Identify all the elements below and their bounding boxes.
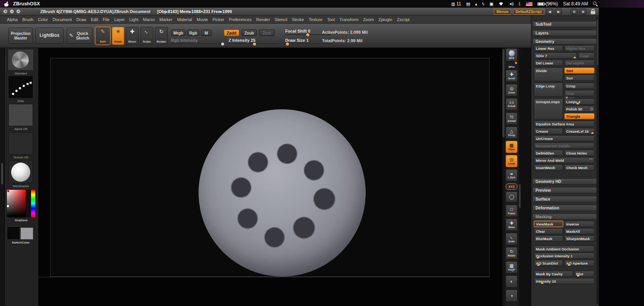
cavity-blur-slider[interactable]: Blur [574, 271, 595, 277]
loops-slider[interactable]: Loops 4 [564, 99, 595, 105]
slider-handle[interactable] [515, 62, 517, 64]
menu-item[interactable]: Material [177, 17, 192, 22]
smt-toggle[interactable]: Smt [564, 67, 595, 74]
menu-item[interactable]: Alpha [7, 17, 18, 22]
bolt-icon[interactable]: ϟ [482, 0, 485, 8]
polyframe-button[interactable]: ▦ PolyF [506, 261, 518, 273]
hue-strip[interactable] [31, 190, 35, 217]
menu-item[interactable]: Tool [327, 17, 335, 22]
crisp-toggle[interactable]: Crisp [564, 83, 595, 89]
crease-button[interactable]: Crease [534, 128, 563, 134]
bpr-render-button[interactable]: BPR [506, 48, 518, 61]
zadd-toggle[interactable]: Zadd [224, 30, 239, 36]
quick-sketch-button[interactable]: ✎ Quick Sketch [67, 28, 93, 44]
menu-item[interactable]: Layer [114, 17, 125, 22]
texture-thumbnail[interactable] [8, 132, 33, 155]
section-deformation[interactable]: Deformation [532, 205, 598, 211]
menu-item[interactable]: Preferences [229, 17, 251, 22]
spin-button[interactable]: ◯ [506, 191, 518, 202]
disp-toggle[interactable]: Disp [564, 90, 595, 96]
alpha-thumbnail[interactable] [8, 104, 33, 126]
menu-item[interactable]: Transform [339, 17, 358, 22]
viewmask-toggle[interactable]: ViewMask [534, 221, 563, 227]
material-picker[interactable]: SkinShade4 [8, 160, 33, 188]
close-window-button[interactable]: ✕ [3, 9, 8, 14]
brush-thumbnail[interactable] [8, 49, 34, 71]
slider-handle[interactable] [537, 257, 539, 259]
material-thumbnail[interactable] [8, 160, 33, 183]
scale-view-button[interactable]: ↔ Scale [506, 233, 518, 245]
menu-item[interactable]: Macro [143, 17, 155, 22]
insertmesh-button[interactable]: InsertMesh [534, 165, 563, 171]
menubar-clock[interactable]: Sat 8:49 AM [563, 1, 588, 7]
scrollbar-thumb[interactable] [503, 49, 504, 137]
disp-mini-slider[interactable] [565, 97, 575, 98]
frame-button[interactable]: □ Frame [506, 205, 518, 217]
edge-loop-button[interactable]: Edge Loop [534, 83, 563, 97]
sharpenmask-button[interactable]: SharpenMask [564, 235, 595, 242]
menu-item[interactable]: Edit [91, 17, 98, 22]
move-mode-button[interactable]: ✚ Move [126, 27, 139, 45]
section-geometry-hd[interactable]: Geometry HD [532, 178, 598, 184]
menu-item[interactable]: Texture [309, 17, 322, 22]
menus-button[interactable]: Menus [494, 9, 511, 15]
bluetooth-icon[interactable]: ᛒ [518, 0, 521, 8]
zcut-toggle[interactable]: Zcut [259, 30, 274, 36]
z-intensity-slider[interactable]: Z Intensity 25 [228, 38, 278, 45]
slider-handle[interactable] [573, 57, 576, 59]
menu-item[interactable]: Light [129, 17, 138, 22]
main-color-swatch[interactable] [7, 227, 20, 240]
color-picker[interactable]: Gradient [7, 190, 35, 222]
equalize-surface-area-button[interactable]: Equalize Surface Area [534, 121, 595, 127]
mrgb-toggle[interactable]: Mrgb [171, 30, 186, 36]
floor-grid-button[interactable]: ▦ Floor [506, 141, 518, 153]
gradient-picker[interactable] [7, 190, 35, 217]
saturation-value-area[interactable] [7, 190, 26, 217]
reconstruct-subdiv-button[interactable]: Reconstruct Subdiv [534, 143, 595, 149]
sdiv-slider[interactable]: SDiv 7 [534, 53, 577, 59]
ao-scandist-slider[interactable]: AO ScanDist [534, 260, 563, 266]
cage-button[interactable]: Cage [578, 53, 595, 59]
tray-scroll-right-button[interactable]: ▮▶ [555, 9, 562, 15]
secondary-color-swatch[interactable] [20, 227, 33, 240]
default-zscript-button[interactable]: DefaultZScript [513, 9, 544, 15]
texture-picker[interactable]: Texture Off [8, 132, 33, 159]
spotlight-icon[interactable] [593, 2, 598, 7]
slider-handle[interactable] [577, 103, 579, 105]
menu-item[interactable]: Color [38, 17, 48, 22]
menu-item[interactable]: Picker [212, 17, 224, 22]
section-subtool[interactable]: SubTool [532, 21, 598, 27]
clear-mask-button[interactable]: Clear [534, 228, 563, 234]
menu-item[interactable]: Stroke [292, 17, 304, 22]
local-symmetry-button[interactable]: ◎ Local [506, 155, 518, 167]
occlusion-intensity-slider[interactable]: Occlusion Intensity 1 [534, 253, 595, 259]
slider-handle[interactable] [221, 43, 224, 46]
alpha-picker[interactable]: Alpha Off [8, 104, 33, 131]
screen-share-icon[interactable]: ▣ [490, 0, 493, 8]
rgb-intensity-slider[interactable]: Rgb Intensity [171, 38, 225, 45]
menu-item[interactable]: Render [256, 17, 270, 22]
eject-icon[interactable]: ▴ [475, 0, 477, 8]
del-lower-button[interactable]: Del Lower [534, 60, 563, 66]
polish-slider[interactable]: Polish 50 [564, 106, 595, 112]
mask-ambient-occlusion-button[interactable]: Mask Ambient Occlusion [534, 246, 595, 252]
slider-handle[interactable] [591, 132, 594, 134]
lock-icon[interactable] [591, 9, 595, 15]
menu-item[interactable]: Zplugin [378, 17, 392, 22]
move-view-button[interactable]: ✚ Move [506, 219, 518, 231]
sculpt-model[interactable] [199, 109, 366, 276]
input-menu[interactable]: ▥ 11 [451, 0, 461, 8]
brush-picker[interactable]: Standard [8, 49, 34, 75]
actual-size-button[interactable]: 1:1 Actual [506, 98, 518, 110]
scrollbar-thumb[interactable] [1, 163, 3, 184]
switch-color-label[interactable]: SwitchColor [6, 241, 35, 244]
mirror-and-weld-button[interactable]: Mirror And Weld [534, 157, 595, 163]
inverse-button[interactable]: Inverse [564, 221, 595, 227]
zoom-window-button[interactable]: + [16, 9, 21, 14]
scroll-tool-button[interactable]: ✚ Scroll [506, 70, 518, 82]
battery-menu[interactable]: (96%) [537, 1, 558, 7]
document-canvas[interactable] [39, 48, 502, 306]
menu-item[interactable]: Document [53, 17, 72, 22]
menu-item[interactable]: Draw [76, 17, 86, 22]
minimize-window-button[interactable]: − [10, 9, 14, 14]
